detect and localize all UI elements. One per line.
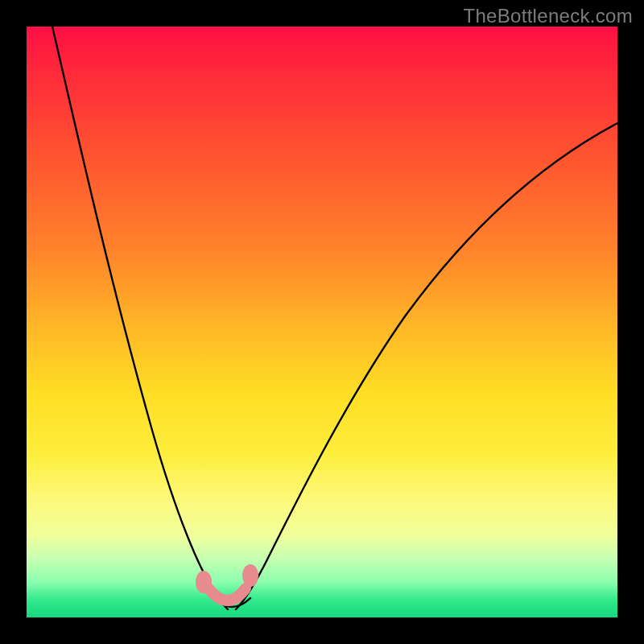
curve-left-branch xyxy=(52,27,228,609)
watermark-text: TheBottleneck.com xyxy=(463,5,633,27)
plot-area xyxy=(27,27,617,617)
chart-frame: TheBottleneck.com xyxy=(0,0,644,644)
marker-u-stroke xyxy=(208,588,246,601)
curves-layer xyxy=(27,27,617,617)
curve-right-branch xyxy=(236,123,617,609)
